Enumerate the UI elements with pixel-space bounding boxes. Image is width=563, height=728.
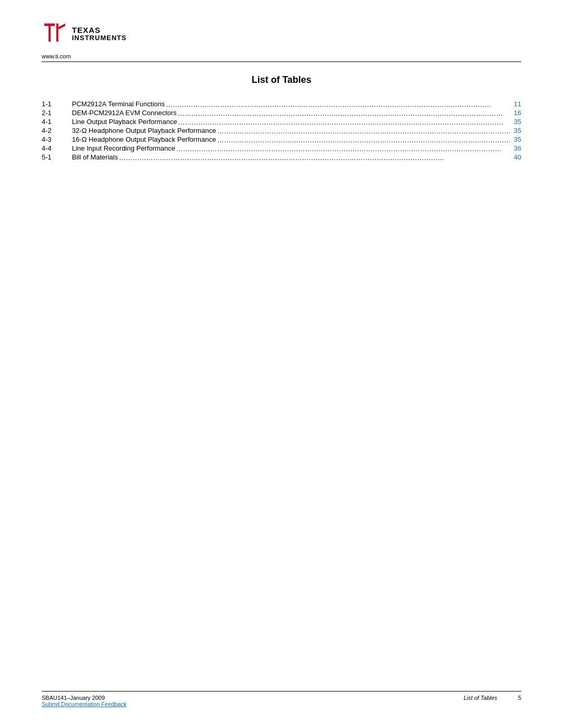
- entry-number: 4-4: [42, 144, 72, 152]
- entry-page[interactable]: 16: [511, 109, 521, 117]
- entry-dots: ……………………………………………………………………………………………………………: [178, 118, 510, 126]
- footer-feedback-link[interactable]: Submit Documentation Feedback: [42, 701, 127, 707]
- footer-page-number: 5: [518, 695, 521, 701]
- svg-marker-0: [44, 23, 55, 42]
- entry-number: 4-2: [42, 127, 72, 134]
- footer-section-title: List of Tables: [463, 695, 497, 701]
- ti-logo-icon: [42, 21, 68, 47]
- entry-number: 5-1: [42, 153, 72, 161]
- page-container: Texas Instruments www.ti.com List of Tab…: [0, 0, 563, 728]
- list-item: 4-3 16-Ω Headphone Output Playback Perfo…: [42, 135, 521, 143]
- entry-label: Bill of Materials: [72, 153, 118, 161]
- entry-label: DEM-PCM2912A EVM Connectors: [72, 109, 177, 117]
- entry-number: 2-1: [42, 109, 72, 117]
- entry-dots: ……………………………………………………………………………………………………………: [166, 101, 510, 108]
- logo-texas: Texas: [72, 26, 127, 35]
- entry-label: 32-Ω Headphone Output Playback Performan…: [72, 127, 216, 134]
- entry-page[interactable]: 35: [511, 118, 521, 126]
- entry-dots: ……………………………………………………………………………………………………………: [217, 127, 510, 135]
- list-item: 4-4 Line Input Recording Performance …………: [42, 144, 521, 152]
- entry-dots: ……………………………………………………………………………………………………………: [176, 145, 510, 153]
- entry-label: Line Input Recording Performance: [72, 144, 175, 152]
- entry-label: PCM2912A Terminal Functions: [72, 100, 165, 108]
- footer: SBAU141–January 2009 Submit Documentatio…: [42, 691, 521, 707]
- entry-label: Line Output Playback Performance: [72, 118, 177, 126]
- header-divider: [42, 61, 521, 62]
- footer-doc-id: SBAU141–January 2009: [42, 695, 127, 701]
- entry-label: 16-Ω Headphone Output Playback Performan…: [72, 135, 216, 143]
- list-item: 2-1 DEM-PCM2912A EVM Connectors ………………………: [42, 109, 521, 117]
- entry-number: 4-1: [42, 118, 72, 126]
- entry-dots: ……………………………………………………………………………………………………………: [178, 109, 510, 117]
- logo-instruments: Instruments: [72, 34, 127, 42]
- footer-right: List of Tables 5: [463, 695, 521, 701]
- ti-logo: Texas Instruments: [42, 21, 127, 47]
- svg-rect-1: [56, 23, 58, 42]
- entry-page[interactable]: 36: [511, 144, 521, 152]
- list-item: 1-1 PCM2912A Terminal Functions ………………………: [42, 100, 521, 108]
- list-item: 4-2 32-Ω Headphone Output Playback Perfo…: [42, 127, 521, 134]
- footer-left: SBAU141–January 2009 Submit Documentatio…: [42, 695, 127, 707]
- page-title: List of Tables: [42, 75, 521, 85]
- header-rule-area: www.ti.com: [42, 53, 521, 72]
- entry-page[interactable]: 35: [511, 127, 521, 134]
- entry-page[interactable]: 40: [511, 153, 521, 161]
- entry-dots: ……………………………………………………………………………………………………………: [217, 136, 510, 144]
- list-item: 4-1 Line Output Playback Performance …………: [42, 118, 521, 126]
- entry-number: 1-1: [42, 100, 72, 108]
- entry-number: 4-3: [42, 135, 72, 143]
- entry-page[interactable]: 35: [511, 135, 521, 143]
- header: Texas Instruments: [42, 21, 521, 47]
- list-item: 5-1 Bill of Materials …………………………………………………: [42, 153, 521, 161]
- website-url: www.ti.com: [42, 53, 521, 59]
- ti-logo-text: Texas Instruments: [72, 26, 127, 42]
- entry-page[interactable]: 11: [511, 100, 521, 108]
- toc-entries: 1-1 PCM2912A Terminal Functions ………………………: [42, 100, 521, 162]
- entry-dots: ……………………………………………………………………………………………………………: [119, 154, 510, 162]
